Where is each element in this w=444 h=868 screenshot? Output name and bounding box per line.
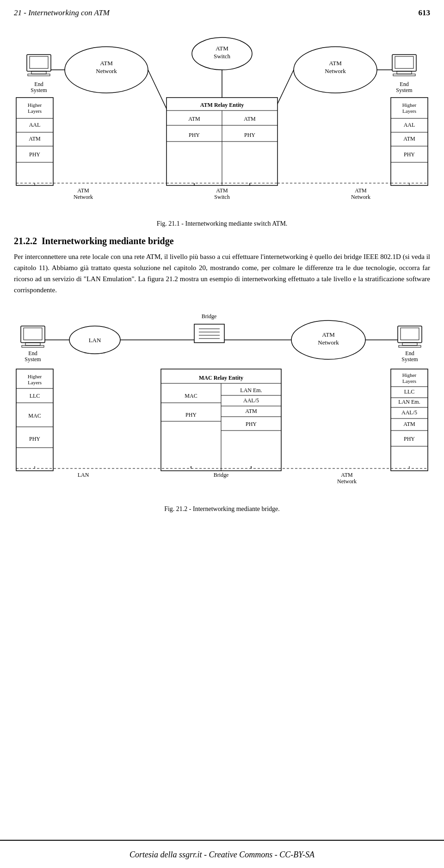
svg-text:ATM: ATM: [29, 135, 41, 142]
svg-rect-79: [398, 326, 422, 343]
svg-text:ATM: ATM: [403, 135, 415, 142]
svg-text:Switch: Switch: [214, 194, 229, 200]
svg-text:MAC: MAC: [185, 393, 197, 399]
svg-text:ATM: ATM: [216, 187, 228, 194]
fig1-caption: Fig. 21.1 - Internetworking mediante swi…: [0, 220, 444, 228]
svg-text:End: End: [28, 350, 37, 357]
svg-text:Network: Network: [74, 194, 93, 200]
svg-text:Layers: Layers: [402, 378, 416, 384]
svg-text:ATM: ATM: [341, 472, 353, 478]
svg-text:Bridge: Bridge: [202, 313, 217, 320]
svg-text:Layers: Layers: [402, 108, 416, 114]
svg-text:Network: Network: [318, 339, 339, 346]
right-computer-icon: [392, 55, 416, 76]
figure-2-container: End System End System LAN Bridge ATM Net…: [14, 302, 430, 503]
page-header: 21 - Internetworking con ATM 613: [0, 0, 444, 22]
svg-rect-76: [22, 345, 44, 347]
svg-text:AAL: AAL: [29, 122, 41, 128]
svg-text:ATM: ATM: [77, 187, 89, 194]
svg-text:LAN Em.: LAN Em.: [240, 387, 262, 394]
svg-text:End: End: [400, 81, 408, 87]
svg-text:System: System: [396, 87, 413, 93]
svg-text:End: End: [405, 350, 414, 357]
section-heading: 21.2.2 Internetworking mediante bridge: [14, 236, 430, 246]
svg-rect-110: [391, 369, 428, 471]
svg-rect-75: [25, 343, 40, 345]
svg-text:LAN: LAN: [78, 472, 89, 478]
svg-text:ATM: ATM: [244, 116, 256, 122]
svg-rect-73: [21, 326, 45, 343]
svg-text:Network: Network: [351, 194, 370, 200]
footer-text: Cortesia della ssgrr.it - Creative Commo…: [130, 850, 314, 859]
svg-rect-1: [30, 56, 48, 68]
svg-text:ATM: ATM: [403, 421, 415, 427]
svg-text:ATM: ATM: [329, 60, 342, 67]
fig2-caption: Fig. 21.2 - Internetworking mediante bri…: [0, 505, 444, 513]
svg-text:LAN: LAN: [89, 337, 101, 344]
svg-text:PHY: PHY: [29, 436, 40, 442]
svg-rect-7: [395, 56, 413, 68]
svg-rect-0: [27, 55, 51, 71]
svg-text:Higher: Higher: [28, 374, 42, 379]
svg-rect-9: [393, 74, 415, 76]
fig2-right-computer: [398, 326, 422, 347]
svg-text:MAC: MAC: [28, 412, 41, 419]
svg-text:PHY: PHY: [185, 412, 197, 418]
svg-text:ATM: ATM: [100, 60, 113, 67]
svg-text:Network: Network: [325, 68, 346, 74]
svg-text:Switch: Switch: [214, 53, 231, 60]
svg-text:MAC Relay Entity: MAC Relay Entity: [199, 375, 243, 381]
svg-text:Higher: Higher: [28, 102, 42, 108]
svg-text:PHY: PHY: [246, 421, 257, 427]
svg-text:AAL/5: AAL/5: [401, 409, 417, 416]
svg-text:PHY: PHY: [189, 132, 200, 138]
svg-text:PHY: PHY: [404, 436, 415, 442]
figure-1-svg: End System End System ATM Network ATM Sw…: [14, 26, 430, 215]
svg-text:Network: Network: [337, 478, 357, 485]
svg-rect-6: [392, 55, 416, 71]
svg-text:AAL: AAL: [404, 122, 415, 128]
svg-text:Layers: Layers: [28, 380, 42, 385]
svg-text:ATM: ATM: [355, 187, 367, 194]
page-title: 21 - Internetworking con ATM: [14, 8, 110, 18]
svg-text:ATM: ATM: [188, 116, 200, 122]
svg-rect-82: [399, 345, 421, 347]
svg-text:AAL/5: AAL/5: [243, 397, 259, 404]
svg-text:Bridge: Bridge: [214, 472, 229, 478]
svg-text:PHY: PHY: [404, 151, 415, 158]
svg-text:Layers: Layers: [28, 108, 42, 114]
svg-text:LAN Em.: LAN Em.: [398, 399, 420, 405]
svg-text:ATM: ATM: [245, 408, 257, 414]
svg-text:Higher: Higher: [402, 102, 417, 108]
page-footer: Cortesia della ssgrr.it - Creative Commo…: [0, 840, 444, 868]
svg-rect-81: [402, 343, 417, 345]
svg-rect-80: [401, 328, 419, 340]
svg-text:PHY: PHY: [244, 132, 255, 138]
figure-1-container: End System End System ATM Network ATM Sw…: [14, 26, 430, 217]
svg-text:ATM: ATM: [216, 45, 228, 52]
fig2-left-computer: [21, 326, 45, 347]
svg-text:LLC: LLC: [30, 393, 40, 399]
svg-text:Network: Network: [96, 68, 117, 74]
svg-text:PHY: PHY: [29, 151, 40, 158]
svg-text:Higher: Higher: [402, 372, 417, 378]
svg-text:System: System: [25, 356, 41, 363]
svg-rect-2: [31, 71, 46, 74]
svg-text:ATM: ATM: [322, 331, 335, 338]
page-number: 613: [419, 8, 431, 18]
svg-rect-3: [28, 74, 50, 76]
svg-rect-8: [397, 71, 412, 74]
svg-text:End: End: [34, 81, 43, 87]
svg-text:System: System: [31, 87, 47, 93]
figure-2-svg: End System End System LAN Bridge ATM Net…: [14, 302, 430, 501]
svg-text:System: System: [401, 356, 418, 363]
body-text-1: Per interconnettere una rete locale con …: [14, 251, 430, 295]
svg-text:ATM Relay Entity: ATM Relay Entity: [200, 102, 244, 108]
svg-rect-74: [24, 328, 42, 340]
svg-rect-87: [194, 324, 224, 343]
left-computer-icon: [27, 55, 51, 76]
svg-text:LLC: LLC: [404, 388, 415, 395]
